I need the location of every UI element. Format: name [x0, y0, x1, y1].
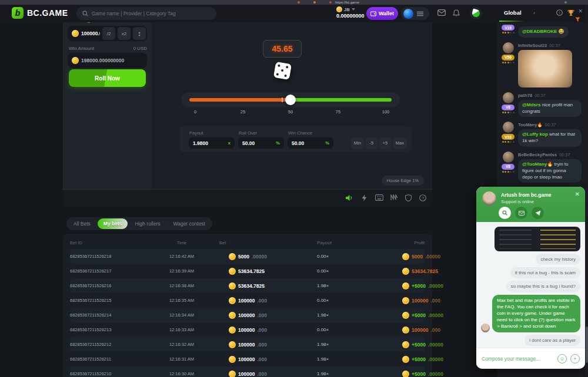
profit-amount: 53634.7825: [412, 268, 438, 274]
chance-button-max[interactable]: Max: [393, 137, 407, 149]
slider-tick-label: 75: [332, 109, 344, 115]
emoji-icon[interactable]: ☺: [557, 354, 567, 363]
table-row[interactable]: 6828536721152621312:16:33 AM100000.0000.…: [70, 322, 425, 337]
trophy-icon[interactable]: [567, 9, 574, 16]
page-scrollbar[interactable]: [585, 5, 588, 377]
support-close-icon[interactable]: ✕: [575, 191, 580, 197]
attach-plus-icon[interactable]: +: [570, 354, 580, 363]
roll-over-input[interactable]: 50.00%: [238, 137, 284, 149]
chat-filter-icon[interactable]: [575, 17, 580, 22]
column-header: Profit: [402, 240, 425, 245]
tab-all-bets[interactable]: All Bets: [68, 218, 96, 229]
avatar[interactable]: [503, 42, 514, 53]
time-cell: 12:16:32 AM: [158, 342, 205, 347]
table-row[interactable]: 6828536721152621412:16:34 AM100000.0001.…: [70, 308, 425, 322]
chat-channel-tab[interactable]: Global: [504, 9, 522, 16]
chat-mention[interactable]: @Mdsrs: [522, 102, 540, 107]
browser-icon[interactable]: [329, 1, 332, 4]
bet-amount-input[interactable]: 100000.00000000 /2 x2 ▲▼: [68, 26, 147, 41]
wallet-button[interactable]: Wallet: [366, 7, 398, 20]
browser-icon[interactable]: [564, 1, 567, 4]
chat-message: V33TooMany🔥00:37@Luffy kop what for that…: [497, 119, 585, 149]
double-bet-button[interactable]: x2: [118, 27, 131, 40]
avatar[interactable]: [503, 92, 514, 103]
chat-meme-image[interactable]: [518, 50, 572, 87]
chat-info-icon[interactable]: i: [556, 9, 563, 16]
support-screenshot-image[interactable]: [495, 227, 580, 251]
turbo-lightning-icon[interactable]: [362, 194, 367, 201]
chat-close-icon[interactable]: ✕: [578, 8, 583, 14]
chevron-right-icon[interactable]: ›: [533, 10, 535, 16]
tab-my-bets[interactable]: My bets: [98, 218, 128, 229]
level-badge: V8: [502, 105, 514, 110]
win-chance-input[interactable]: 50.00%: [288, 137, 333, 149]
scrollbar-thumb[interactable]: [586, 326, 588, 363]
user-menu[interactable]: [401, 7, 429, 20]
time-cell: 12:16:34 AM: [158, 312, 205, 318]
chance-button--5[interactable]: -5: [366, 137, 377, 149]
level-dots: [502, 32, 514, 33]
browser-address-bar[interactable]: https://bc.game: [0, 0, 588, 5]
slider-track[interactable]: [189, 98, 392, 102]
coin-icon: [229, 326, 236, 334]
tab-high-rollers[interactable]: High rollers: [129, 218, 166, 229]
table-row[interactable]: 6828536721152621612:16:38 AM53634.78251.…: [70, 278, 425, 293]
table-row[interactable]: 6828536721152621212:16:32 AM100000.0001.…: [70, 337, 425, 352]
half-bet-button[interactable]: /2: [102, 27, 115, 40]
time-cell: 12:16:38 AM: [158, 283, 205, 288]
chat-message-meta: V33: [500, 122, 516, 147]
browser-icon[interactable]: [313, 1, 316, 4]
trends-icon[interactable]: [390, 194, 398, 201]
support-email-button[interactable]: [515, 207, 527, 219]
sound-icon[interactable]: [346, 194, 353, 201]
partner-avatar[interactable]: [470, 7, 482, 19]
support-search-button[interactable]: [499, 207, 511, 219]
support-compose-input[interactable]: [482, 356, 554, 362]
slider-tick-label: 0: [189, 109, 201, 115]
bcgame-logo[interactable]: b BC.GAME: [12, 7, 68, 19]
bet-decimals: .00000: [252, 254, 267, 260]
messages-icon[interactable]: [437, 9, 446, 16]
game-search-input[interactable]: Game name | Provider | Category Tag: [76, 7, 216, 20]
roll-slider[interactable]: [181, 92, 400, 107]
chat-mention[interactable]: @TooMany🔥: [522, 161, 553, 167]
chat-bubble[interactable]: @Mdsrs nice profit man congrats: [518, 100, 582, 117]
profit-cell: 53634.7825: [402, 268, 440, 275]
search-icon: [82, 11, 88, 16]
payout-cell: 1.98×: [317, 342, 402, 347]
notifications-bell-icon[interactable]: [453, 9, 460, 17]
bet-decimals: .000: [257, 356, 267, 362]
house-edge-badge[interactable]: House Edge 1%: [382, 176, 424, 186]
chat-bubble[interactable]: @TooMany🔥 tryin to figure out if im gonn…: [518, 159, 582, 183]
amount-stepper[interactable]: ▲▼: [133, 27, 146, 40]
avatar[interactable]: [503, 122, 514, 133]
slider-handle[interactable]: [285, 95, 296, 105]
table-row[interactable]: 6828536721152621812:16:42 AM5000.000000.…: [70, 249, 425, 264]
chat-mention[interactable]: @DEADBROKE: [522, 29, 557, 34]
browser-icon[interactable]: [298, 1, 300, 4]
help-icon[interactable]: ?: [419, 194, 426, 201]
fairness-shield-icon[interactable]: [405, 194, 412, 201]
tab-wager-contest[interactable]: Wager contest: [167, 218, 211, 229]
level-dots: [502, 141, 514, 143]
balance-selector[interactable]: JB 0.00000000: [336, 6, 365, 19]
payout-input[interactable]: 1.9800x: [189, 137, 235, 149]
hotkeys-icon[interactable]: [375, 194, 383, 201]
roll-now-button[interactable]: Roll Now: [69, 69, 146, 87]
bet-amount: 53634.7825: [238, 268, 265, 274]
table-row[interactable]: 6828536721152621012:16:30 AM100000.0001.…: [70, 366, 425, 377]
profit-cell: 100000.000: [402, 326, 440, 334]
table-row[interactable]: 6828536721152621712:16:39 AM53634.78250.…: [70, 264, 425, 278]
chance-button-+5[interactable]: +5: [379, 137, 391, 149]
chat-bubble[interactable]: @DEADBROKE 😂: [518, 26, 569, 38]
support-telegram-button[interactable]: [532, 207, 544, 219]
table-row[interactable]: 6828536721152621512:16:35 AM100000.0000.…: [70, 293, 425, 308]
profit-decimals: .00000: [428, 312, 443, 318]
avatar[interactable]: [503, 152, 514, 163]
table-row[interactable]: 6828536721152621112:16:31 AM100000.0001.…: [70, 352, 425, 366]
chat-bubble[interactable]: @Luffy kop what for that 1k win?: [518, 129, 582, 147]
bet-id-cell: 68285367211526214: [70, 312, 158, 318]
chat-mention[interactable]: @Luffy kop: [522, 132, 548, 137]
profit-cell: +5000.00000: [402, 341, 443, 348]
chance-button-min[interactable]: Min: [351, 137, 364, 149]
